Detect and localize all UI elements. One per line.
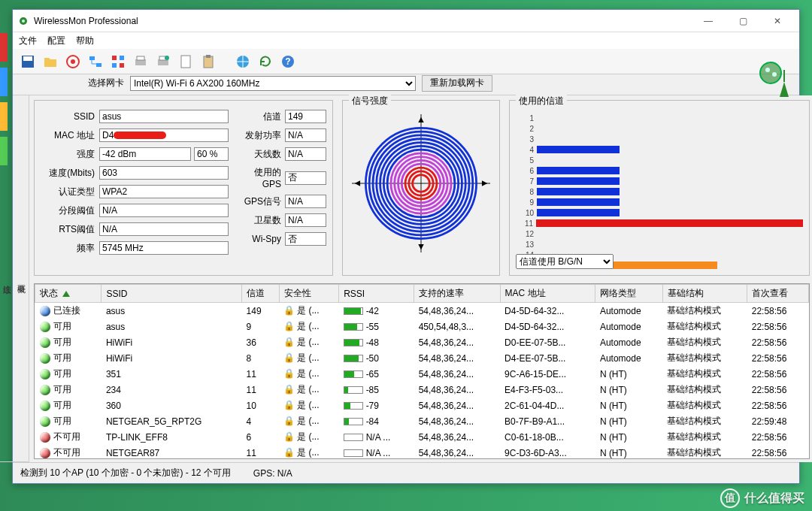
adapter-row: 选择网卡 Intel(R) Wi-Fi 6 AX200 160MHz 重新加载网… — [13, 74, 799, 95]
net1-icon[interactable] — [86, 53, 105, 71]
menu-file[interactable]: 文件 — [19, 35, 37, 47]
table-row[interactable]: 可用HiWiFi8🔒是 (...-5054,48,36,24...D4-EE-0… — [35, 350, 809, 366]
rts-field[interactable]: N/A — [99, 222, 229, 236]
col-nettype[interactable]: 网络类型 — [595, 285, 662, 303]
save-icon[interactable] — [19, 53, 37, 71]
vtab-cont[interactable]: 连续 — [0, 95, 14, 462]
watermark: 值什么值得买 — [720, 488, 804, 508]
signal-panel: 信号强度 — [342, 100, 500, 276]
minimize-button[interactable]: — — [691, 10, 726, 32]
col-first[interactable]: 首次查看 — [747, 285, 809, 303]
table-row[interactable]: 可用NETGEAR_5G_RPT2G4🔒是 (...-8454,48,36,24… — [35, 413, 809, 429]
menu-help[interactable]: 帮助 — [76, 35, 94, 47]
refresh-icon[interactable] — [256, 53, 274, 71]
sat-field[interactable]: N/A — [285, 213, 326, 227]
wispy-label: Wi-Spy — [238, 234, 281, 244]
titlebar: WirelessMon Professional — ▢ ✕ — [13, 10, 799, 32]
table-row[interactable]: 可用HiWiFi36🔒是 (...-4854,48,36,24...D0-EE-… — [35, 334, 809, 350]
svg-rect-6 — [89, 56, 95, 60]
svg-marker-44 — [355, 180, 360, 186]
doc-icon[interactable] — [177, 53, 195, 71]
ap-table-wrapper[interactable]: 状态SSID信道安全性RSSI支持的速率MAC 地址网络类型基础结构首次查看 已… — [34, 283, 810, 459]
svg-marker-47 — [418, 244, 423, 249]
svg-marker-45 — [482, 180, 487, 186]
table-row[interactable]: 可用asus9🔒是 (...-55450,54,48,3...D4-5D-64-… — [35, 319, 809, 334]
signal-caption: 信号强度 — [349, 95, 391, 107]
col-rates[interactable]: 支持的速率 — [414, 285, 500, 303]
toolbar: ? — [13, 49, 799, 74]
col-channel[interactable]: 信道 — [242, 285, 280, 303]
maximize-button[interactable]: ▢ — [726, 10, 760, 32]
help-icon[interactable]: ? — [279, 53, 297, 71]
table-row[interactable]: 可用36010🔒是 (...-7954,48,36,24...2C-61-04-… — [35, 398, 809, 413]
table-row[interactable]: 不可用TP-LINK_EFF86🔒是 (...N/A ...54,48,36,2… — [35, 429, 809, 445]
adapter-select[interactable]: Intel(R) Wi-Fi 6 AX200 160MHz — [130, 76, 416, 91]
channel-mode-select[interactable]: 信道使用 B/G/N — [516, 254, 614, 269]
reload-adapter-button[interactable]: 重新加载网卡 — [422, 75, 492, 92]
mac-field[interactable]: D4-5D- - - - -74 — [99, 129, 229, 142]
table-row[interactable]: 可用35111🔒是 (...-6554,48,36,24...9C-A6-15-… — [35, 366, 809, 382]
col-infra[interactable]: 基础结构 — [662, 285, 747, 303]
frag-label: 分段阈值 — [41, 204, 95, 217]
col-ssid[interactable]: SSID — [102, 285, 242, 303]
svg-rect-3 — [23, 56, 32, 61]
vtab-summary[interactable]: 概要 — [14, 95, 29, 462]
svg-point-26 — [772, 72, 777, 77]
channel-field[interactable]: 149 — [285, 110, 326, 123]
globe-icon[interactable] — [234, 53, 252, 71]
clip-icon[interactable] — [199, 53, 217, 71]
app-window: WirelessMon Professional — ▢ ✕ 文件 配置 帮助 … — [12, 9, 800, 484]
close-button[interactable]: ✕ — [760, 10, 795, 32]
svg-rect-18 — [204, 56, 213, 68]
table-row[interactable]: 不可用NETGEAR8711🔒是 (...N/A ...54,48,36,24.… — [35, 445, 809, 459]
mac-label: MAC 地址 — [41, 129, 95, 142]
folder-icon[interactable] — [41, 53, 59, 71]
txpower-field[interactable]: N/A — [285, 129, 326, 142]
gps-field[interactable]: 否 — [285, 171, 326, 185]
rts-label: RTS阈值 — [41, 223, 95, 236]
speed-label: 速度(Mbits) — [41, 167, 95, 180]
svg-rect-9 — [120, 56, 124, 60]
gpssig-label: GPS信号 — [238, 195, 281, 208]
vertical-tabs: 概要 连续 图 选择IP 照片 — [13, 95, 29, 462]
channel-label: 信道 — [238, 110, 281, 123]
txpower-label: 发射功率 — [238, 129, 281, 142]
col-security[interactable]: 安全性 — [279, 285, 338, 303]
svg-point-1 — [22, 20, 25, 23]
table-row[interactable]: 已连接asus149🔒是 (...-4254,48,36,24...D4-5D-… — [35, 303, 809, 319]
table-row[interactable]: 可用23411🔒是 (...-8554,48,36,24...E4-F3-F5-… — [35, 382, 809, 398]
svg-point-16 — [165, 56, 169, 60]
freq-label: 频率 — [41, 242, 95, 255]
target-icon[interactable] — [64, 53, 82, 71]
strength-dbm-field[interactable]: -42 dBm — [99, 147, 191, 161]
svg-text:?: ? — [285, 56, 290, 67]
freq-field[interactable]: 5745 MHz — [99, 241, 229, 255]
print1-icon[interactable] — [132, 53, 150, 71]
auth-label: 认证类型 — [41, 186, 95, 198]
speed-field[interactable]: 603 — [99, 166, 229, 180]
ant-field[interactable]: N/A — [285, 147, 326, 161]
channels-caption: 使用的信道 — [516, 95, 567, 107]
print2-icon[interactable] — [154, 53, 172, 71]
status-gps: GPS: N/A — [253, 468, 292, 479]
ssid-field[interactable]: asus — [99, 110, 229, 123]
menu-config[interactable]: 配置 — [47, 35, 65, 47]
wispy-field[interactable]: 否 — [285, 232, 326, 246]
col-status[interactable]: 状态 — [35, 285, 102, 303]
net2-icon[interactable] — [109, 53, 127, 71]
svg-rect-10 — [112, 63, 117, 68]
svg-rect-8 — [112, 56, 117, 60]
frag-field[interactable]: N/A — [99, 204, 229, 217]
window-title: WirelessMon Professional — [34, 16, 691, 26]
svg-marker-46 — [418, 117, 423, 122]
col-mac[interactable]: MAC 地址 — [500, 285, 595, 303]
col-rssi[interactable]: RSSI — [339, 285, 414, 303]
auth-field[interactable]: WPA2 — [99, 185, 229, 198]
channels-panel: 使用的信道 1234567891011121314OTH 信道使用 B/G/N — [509, 100, 810, 276]
ant-label: 天线数 — [238, 148, 281, 161]
strength-pct-field[interactable]: 60 % — [194, 147, 229, 161]
svg-rect-13 — [137, 56, 144, 60]
ssid-label: SSID — [41, 111, 95, 122]
statusbar: 检测到 10 个AP (10 个加密 - 0 个未加密) - 12 个可用 GP… — [13, 462, 799, 483]
gpssig-field[interactable]: N/A — [285, 195, 326, 208]
